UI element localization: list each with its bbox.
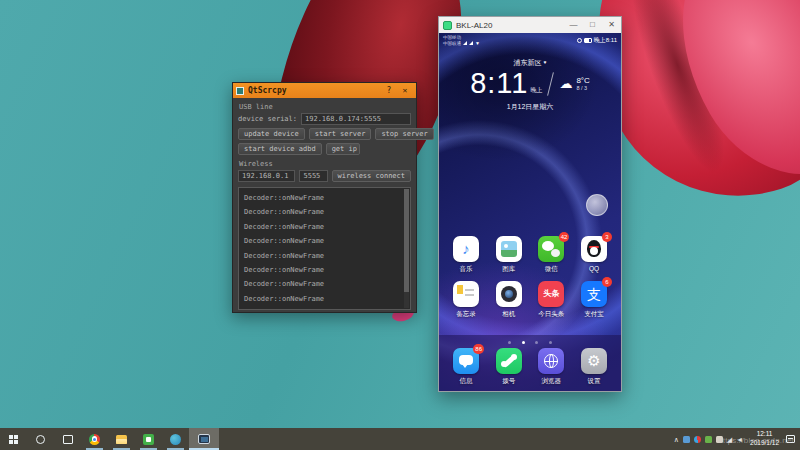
help-button[interactable]: ? bbox=[381, 86, 397, 95]
app-label: 音乐 bbox=[460, 265, 473, 274]
log-line: Decoder::onNewFrame bbox=[244, 220, 405, 234]
dialer-app-icon bbox=[496, 348, 522, 374]
penguin-belly bbox=[590, 247, 598, 255]
qtscrcpy-window-title: QtScrcpy bbox=[248, 86, 381, 95]
search-button[interactable] bbox=[27, 428, 54, 450]
photo-icon bbox=[501, 241, 517, 257]
location-text: 浦东新区 bbox=[514, 59, 542, 66]
phone-handset-icon bbox=[502, 355, 516, 368]
app-qq[interactable]: 3 QQ bbox=[574, 236, 614, 274]
memo-app-icon bbox=[453, 281, 479, 307]
app-music[interactable]: ♪ 音乐 bbox=[446, 236, 486, 274]
log-line: Decoder::onNewFrame bbox=[244, 277, 405, 291]
home-page-dots bbox=[439, 339, 621, 344]
app-camera[interactable]: 相机 bbox=[489, 281, 529, 319]
wireless-ip-input[interactable]: 192.168.0.1 bbox=[238, 170, 295, 182]
maximize-button[interactable]: □ bbox=[583, 17, 602, 33]
log-line: Decoder::onNewFrame bbox=[244, 191, 405, 205]
clock-divider bbox=[548, 72, 555, 96]
close-button[interactable]: ✕ bbox=[397, 86, 413, 95]
log-line: Decoder::onNewFrame bbox=[244, 249, 405, 263]
task-view-button[interactable] bbox=[54, 428, 81, 450]
memo-tab-icon bbox=[457, 285, 463, 294]
wechat-app-icon: 42 bbox=[538, 236, 564, 262]
wireless-connect-button[interactable]: wireless connect bbox=[332, 170, 411, 182]
app-wechat[interactable]: 42 微信 bbox=[531, 236, 571, 274]
log-scrollbar[interactable] bbox=[404, 189, 409, 308]
messages-app-icon: 86 bbox=[453, 348, 479, 374]
signal-icon bbox=[469, 41, 473, 45]
taskbar-active-scrcpy[interactable] bbox=[189, 428, 219, 450]
globe-equator bbox=[544, 361, 558, 362]
log-line: Decoder::onNewFrame bbox=[244, 234, 405, 248]
alarm-icon bbox=[577, 38, 582, 43]
gear-icon: ⚙ bbox=[581, 348, 607, 374]
log-scrollbar-thumb[interactable] bbox=[404, 189, 409, 292]
message-bubble-tail bbox=[462, 364, 468, 368]
app-memo[interactable]: 备忘录 bbox=[446, 281, 486, 319]
clock-widget[interactable]: 浦东新区 ♥ 8:11 晚上 ☁ 8°C 8 / 3 1月12日星期六 bbox=[439, 58, 621, 112]
app-label: 信息 bbox=[460, 377, 473, 386]
wireless-port-input[interactable]: 5555 bbox=[299, 170, 327, 182]
page-dot bbox=[549, 341, 552, 344]
location-marker-icon: ♥ bbox=[543, 59, 546, 65]
teal-app-icon bbox=[170, 434, 181, 445]
tray-expand-icon[interactable]: ∧ bbox=[674, 436, 679, 443]
qtscrcpy-body: USB line device serial: 192.168.0.174:55… bbox=[233, 98, 416, 315]
browser-app-icon bbox=[538, 348, 564, 374]
app-browser[interactable]: 浏览器 bbox=[531, 348, 571, 386]
signal-icon bbox=[463, 41, 467, 45]
alipay-app-icon: 支 6 bbox=[581, 281, 607, 307]
stop-server-button[interactable]: stop server bbox=[375, 128, 433, 140]
qtscrcpy-titlebar[interactable]: QtScrcpy ? ✕ bbox=[233, 83, 416, 98]
taskbar-app-teal[interactable] bbox=[162, 428, 189, 450]
log-line: Decoder::onNewFrame bbox=[244, 263, 405, 277]
chat-bubble-icon bbox=[551, 249, 560, 257]
memo-line bbox=[465, 289, 474, 291]
taskbar-file-explorer[interactable] bbox=[108, 428, 135, 450]
sun-icon bbox=[504, 244, 508, 248]
start-server-button[interactable]: start server bbox=[309, 128, 372, 140]
log-line: Decoder::onNewFrame bbox=[244, 205, 405, 219]
windows-logo-icon bbox=[9, 435, 18, 444]
desktop: QtScrcpy ? ✕ USB line device serial: 192… bbox=[0, 0, 800, 450]
app-alipay[interactable]: 支 6 支付宝 bbox=[574, 281, 614, 319]
app-label: 支付宝 bbox=[584, 310, 604, 319]
start-device-adbd-button[interactable]: start device adbd bbox=[238, 143, 322, 155]
tray-app-icon[interactable] bbox=[705, 436, 712, 443]
taskbar-chrome[interactable] bbox=[81, 428, 108, 450]
update-device-button[interactable]: update device bbox=[238, 128, 305, 140]
log-line: Decoder::onNewFrame bbox=[244, 292, 405, 306]
music-app-icon: ♪ bbox=[453, 236, 479, 262]
app-grid-row-2: 备忘录 相机 头条 今日头条 支 bbox=[444, 281, 616, 319]
phone-titlebar[interactable]: BKL-AL20 — □ ✕ bbox=[439, 17, 621, 33]
minimize-button[interactable]: — bbox=[564, 17, 583, 33]
music-note-icon: ♪ bbox=[453, 236, 479, 262]
close-button[interactable]: ✕ bbox=[602, 17, 621, 33]
floating-nav-ball[interactable] bbox=[586, 194, 608, 216]
app-toutiao[interactable]: 头条 今日头条 bbox=[531, 281, 571, 319]
settings-app-icon: ⚙ bbox=[581, 348, 607, 374]
device-serial-input[interactable]: 192.168.0.174:5555 bbox=[301, 113, 411, 125]
app-gallery[interactable]: 图库 bbox=[489, 236, 529, 274]
app-label: 拨号 bbox=[502, 377, 515, 386]
tray-app-icon[interactable] bbox=[683, 436, 690, 443]
page-dot bbox=[508, 341, 511, 344]
page-dot-active bbox=[522, 341, 525, 344]
tray-app-icon[interactable] bbox=[694, 436, 701, 443]
taskbar-app-green[interactable] bbox=[135, 428, 162, 450]
app-messages[interactable]: 86 信息 bbox=[446, 348, 486, 386]
get-ip-button[interactable]: get ip bbox=[326, 143, 360, 155]
phone-mirror-icon bbox=[198, 434, 210, 444]
clock-time: 8:11 bbox=[470, 69, 528, 98]
folder-icon bbox=[116, 435, 127, 444]
log-output[interactable]: Decoder::onNewFrame Decoder::onNewFrame … bbox=[238, 187, 411, 310]
carrier-name-2: 中国联通 bbox=[443, 41, 461, 46]
phone-screen[interactable]: 中国移动 中国联通 ▼ 晚上8:11 浦东新区 ♥ bbox=[439, 33, 621, 391]
start-button[interactable] bbox=[0, 428, 27, 450]
app-settings[interactable]: ⚙ 设置 bbox=[574, 348, 614, 386]
cloud-icon: ☁ bbox=[559, 77, 572, 90]
dock-row: 86 信息 拨号 bbox=[444, 348, 616, 386]
app-dialer[interactable]: 拨号 bbox=[489, 348, 529, 386]
notification-badge: 86 bbox=[473, 344, 484, 354]
